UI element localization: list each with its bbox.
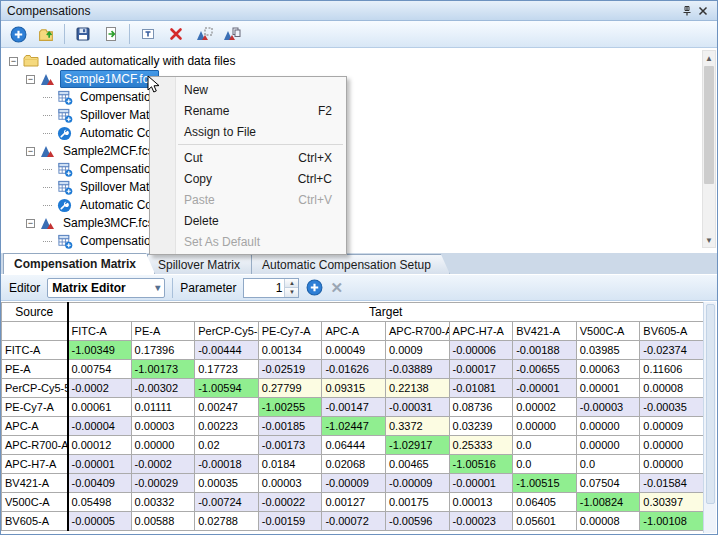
matrix-cell[interactable]: -0.00147: [322, 398, 386, 417]
tree-item[interactable]: Spillover Matrix: [43, 178, 165, 196]
matrix-cell[interactable]: 0.08736: [449, 398, 513, 417]
matrix-cell[interactable]: 0.27799: [258, 379, 322, 398]
matrix-cell[interactable]: -1.02447: [322, 417, 386, 436]
tree-item[interactable]: −Loaded automatically with data files: [9, 52, 238, 70]
matrix-cell[interactable]: 0.0: [513, 436, 577, 455]
matrix-cell[interactable]: 0.00000: [513, 417, 577, 436]
matrix-cell[interactable]: 0.00175: [385, 493, 449, 512]
matrix-cell[interactable]: -1.00255: [258, 398, 322, 417]
matrix-cell[interactable]: 0.00247: [195, 398, 259, 417]
matrix-cell[interactable]: -0.00001: [513, 379, 577, 398]
matrix-cell[interactable]: 0.06405: [513, 493, 577, 512]
matrix-cell[interactable]: -0.03889: [385, 360, 449, 379]
matrix-cell[interactable]: 0.01111: [131, 398, 195, 417]
matrix-cell[interactable]: -0.02374: [640, 341, 704, 360]
histogram-copy-button[interactable]: [219, 23, 245, 46]
matrix-cell[interactable]: -0.01081: [449, 379, 513, 398]
matrix-cell[interactable]: 0.05498: [68, 493, 132, 512]
tree-item[interactable]: −Sample3MCF.fcs: [26, 214, 157, 232]
matrix-cell[interactable]: -1.02917: [385, 436, 449, 455]
matrix-cell[interactable]: -0.00185: [258, 417, 322, 436]
matrix-cell[interactable]: -0.00072: [322, 512, 386, 531]
matrix-cell[interactable]: 0.02788: [195, 512, 259, 531]
matrix-cell[interactable]: -0.00029: [131, 474, 195, 493]
scroll-down-icon[interactable]: ▼: [703, 233, 715, 247]
matrix-cell[interactable]: -0.00031: [385, 398, 449, 417]
matrix-cell[interactable]: 0.00008: [576, 512, 640, 531]
matrix-cell[interactable]: -0.00018: [195, 455, 259, 474]
scroll-up-icon[interactable]: ▲: [703, 51, 715, 65]
matrix-cell[interactable]: 0.03985: [576, 341, 640, 360]
menu-item-rename[interactable]: RenameF2: [150, 100, 346, 121]
matrix-cell[interactable]: 0.00002: [513, 398, 577, 417]
matrix-cell[interactable]: 0.17396: [131, 341, 195, 360]
export-file-button[interactable]: [98, 23, 124, 46]
matrix-cell[interactable]: -1.00515: [513, 474, 577, 493]
matrix-cell[interactable]: -0.00444: [195, 341, 259, 360]
rename-text-button[interactable]: [135, 23, 161, 46]
matrix-cell[interactable]: 0.17723: [195, 360, 259, 379]
matrix-cell[interactable]: -1.00516: [449, 455, 513, 474]
matrix-cell[interactable]: 0.00134: [258, 341, 322, 360]
matrix-cell[interactable]: 0.00000: [576, 417, 640, 436]
matrix-cell[interactable]: -0.00006: [449, 341, 513, 360]
histogram-select-button[interactable]: [191, 23, 217, 46]
menu-item-assign-to-file[interactable]: Assign to File: [150, 121, 346, 142]
matrix-cell[interactable]: -0.00009: [322, 474, 386, 493]
matrix-cell[interactable]: 0.00008: [640, 379, 704, 398]
matrix-scrollbar[interactable]: [703, 302, 716, 533]
matrix-cell[interactable]: 0.0009: [385, 341, 449, 360]
matrix-cell[interactable]: -0.00003: [576, 398, 640, 417]
tab-automatic-compensation-setup[interactable]: Automatic Compensation Setup: [251, 254, 450, 274]
add-parameter-button[interactable]: [306, 279, 323, 296]
matrix-cell[interactable]: 0.11606: [640, 360, 704, 379]
collapse-expander[interactable]: −: [26, 75, 35, 84]
matrix-cell[interactable]: 0.06444: [322, 436, 386, 455]
spin-down-icon[interactable]: ▼: [285, 288, 298, 297]
matrix-cell[interactable]: 0.00001: [576, 379, 640, 398]
matrix-cell[interactable]: -0.00724: [195, 493, 259, 512]
matrix-cell[interactable]: 0.0: [513, 455, 577, 474]
scrollbar-thumb[interactable]: [704, 66, 714, 184]
matrix-cell[interactable]: -0.00017: [449, 360, 513, 379]
matrix-cell[interactable]: 0.00127: [322, 493, 386, 512]
matrix-cell[interactable]: -0.01584: [640, 474, 704, 493]
matrix-cell[interactable]: -0.00001: [68, 455, 132, 474]
tree-item[interactable]: Spillover Matrix: [43, 106, 165, 124]
matrix-cell[interactable]: -1.00824: [576, 493, 640, 512]
tree-item[interactable]: −Sample2MCF.fcs: [26, 142, 157, 160]
matrix-cell[interactable]: -0.00001: [449, 474, 513, 493]
remove-parameter-button[interactable]: ✕: [330, 279, 343, 297]
matrix-scrollbar-thumb[interactable]: [706, 304, 715, 504]
matrix-cell[interactable]: -0.00005: [68, 512, 132, 531]
matrix-cell[interactable]: -0.00596: [385, 512, 449, 531]
open-folder-button[interactable]: [33, 23, 59, 46]
matrix-cell[interactable]: 0.00588: [131, 512, 195, 531]
matrix-cell[interactable]: 0.05601: [513, 512, 577, 531]
spinner-buttons[interactable]: ▲▼: [284, 279, 298, 297]
collapse-expander[interactable]: −: [9, 57, 18, 66]
menu-item-new[interactable]: New: [150, 79, 346, 100]
matrix-cell[interactable]: -0.00023: [449, 512, 513, 531]
matrix-cell[interactable]: 0.00012: [68, 436, 132, 455]
matrix-cell[interactable]: -0.00022: [258, 493, 322, 512]
matrix-cell[interactable]: -1.00349: [68, 341, 132, 360]
matrix-cell[interactable]: 0.00049: [322, 341, 386, 360]
matrix-cell[interactable]: 0.00000: [576, 436, 640, 455]
tab-compensation-matrix[interactable]: Compensation Matrix: [3, 253, 155, 274]
matrix-cell[interactable]: -0.0002: [68, 379, 132, 398]
matrix-cell[interactable]: -0.02519: [258, 360, 322, 379]
matrix-cell[interactable]: 0.00035: [195, 474, 259, 493]
matrix-cell[interactable]: 0.02: [195, 436, 259, 455]
matrix-cell[interactable]: 0.00754: [68, 360, 132, 379]
collapse-expander[interactable]: −: [26, 219, 35, 228]
tab-spillover-matrix[interactable]: Spillover Matrix: [147, 254, 259, 274]
matrix-cell[interactable]: 0.0184: [258, 455, 322, 474]
close-icon[interactable]: [695, 3, 711, 19]
matrix-cell[interactable]: 0.00063: [576, 360, 640, 379]
matrix-cell[interactable]: 0.00000: [640, 436, 704, 455]
matrix-cell[interactable]: 0.00223: [195, 417, 259, 436]
matrix-cell[interactable]: 0.09315: [322, 379, 386, 398]
matrix-cell[interactable]: 0.00332: [131, 493, 195, 512]
matrix-cell[interactable]: 0.07504: [576, 474, 640, 493]
